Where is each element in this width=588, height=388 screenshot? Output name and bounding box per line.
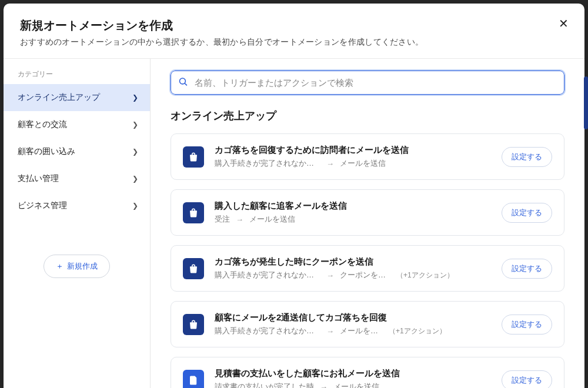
new-button-wrap: ＋ 新規作成: [4, 255, 150, 278]
arrow-right-icon: →: [326, 159, 334, 168]
card-extra-actions: （+1アクション）: [396, 270, 454, 280]
sidebar-item-label: ビジネス管理: [18, 200, 67, 211]
arrow-right-icon: →: [236, 215, 243, 224]
setup-button[interactable]: 設定する: [502, 203, 552, 223]
chevron-right-icon: ❯: [132, 202, 138, 210]
card-action: メールを送信: [340, 158, 386, 169]
card-title: カゴ落ちを回復するために訪問者にメールを送信: [215, 145, 491, 156]
card-flow: 購入手続きが完了されなかった時→メールを送信: [215, 158, 491, 169]
close-button[interactable]: ✕: [556, 16, 570, 31]
card-body: 顧客にメールを2通送信してカゴ落ちを回復購入手続きが完了されなかっ…→メールを……: [215, 312, 491, 336]
modal-body: カテゴリー オンライン売上アップ ❯ 顧客との交流 ❯ 顧客の囲い込み ❯ 支払…: [4, 58, 584, 388]
shopping-bag-icon: [183, 202, 204, 223]
sidebar-item-online-sales[interactable]: オンライン売上アップ ❯: [4, 84, 150, 111]
search-wrap: [171, 71, 564, 95]
card-title: 顧客にメールを2通送信してカゴ落ちを回復: [215, 312, 491, 323]
automation-card[interactable]: カゴ落ちを回復するために訪問者にメールを送信購入手続きが完了されなかった時→メー…: [171, 133, 564, 180]
card-action: クーポンを…: [340, 270, 386, 280]
chevron-right-icon: ❯: [132, 175, 138, 183]
main-content: オンライン売上アップ カゴ落ちを回復するために訪問者にメールを送信購入手続きが完…: [151, 59, 584, 388]
card-flow: 購入手続きが完了されなかっ…→メールを…（+1アクション）: [215, 326, 491, 336]
card-extra-actions: （+1アクション）: [389, 326, 446, 336]
chevron-right-icon: ❯: [132, 121, 138, 129]
arrow-right-icon: →: [320, 383, 328, 389]
sidebar-item-customer-retention[interactable]: 顧客の囲い込み ❯: [4, 138, 150, 165]
sidebar-item-payment-management[interactable]: 支払い管理 ❯: [4, 165, 150, 192]
card-trigger: 購入手続きが完了されなかっ…: [215, 326, 320, 336]
search-input[interactable]: [171, 71, 564, 95]
new-button-label: 新規作成: [67, 261, 98, 272]
shopping-bag-icon: [183, 146, 204, 168]
card-body: 購入した顧客に追客メールを送信受注→メールを送信: [215, 200, 491, 225]
close-icon: ✕: [559, 16, 569, 31]
scrollbar-thumb[interactable]: [584, 76, 588, 129]
arrow-right-icon: →: [326, 271, 334, 280]
automation-list: カゴ落ちを回復するために訪問者にメールを送信購入手続きが完了されなかった時→メー…: [171, 133, 564, 388]
modal-subtitle: おすすめのオートメーションの中から選択するか、最初から自分でオートメーションを作…: [20, 37, 568, 48]
card-trigger: 購入手続きが完了されなかっ…: [215, 270, 320, 280]
modal-header: 新規オートメーションを作成 おすすめのオートメーションの中から選択するか、最初か…: [4, 4, 584, 58]
svg-line-1: [185, 83, 187, 85]
automation-card[interactable]: 顧客にメールを2通送信してカゴ落ちを回復購入手続きが完了されなかっ…→メールを……: [171, 301, 564, 347]
sidebar-item-customer-engagement[interactable]: 顧客との交流 ❯: [4, 111, 150, 138]
shopping-bag-icon: [183, 314, 204, 335]
card-flow: 購入手続きが完了されなかっ…→クーポンを…（+1アクション）: [215, 270, 491, 280]
setup-button[interactable]: 設定する: [502, 259, 552, 279]
card-title: カゴ落ちが発生した時にクーポンを送信: [215, 256, 491, 267]
card-action: メールを送信: [249, 214, 295, 225]
card-title: 見積書の支払いをした顧客にお礼メールを送信: [215, 368, 491, 379]
category-label: カテゴリー: [4, 69, 150, 84]
automation-card[interactable]: カゴ落ちが発生した時にクーポンを送信購入手続きが完了されなかっ…→クーポンを…（…: [171, 245, 564, 292]
search-icon: [178, 76, 188, 89]
sidebar-item-label: オンライン売上アップ: [18, 92, 100, 103]
create-automation-modal: 新規オートメーションを作成 おすすめのオートメーションの中から選択するか、最初か…: [4, 4, 584, 388]
sidebar-item-business-management[interactable]: ビジネス管理 ❯: [4, 192, 150, 219]
card-flow: 受注→メールを送信: [215, 214, 491, 225]
card-trigger: 請求書の支払いが完了した時: [215, 382, 314, 388]
svg-point-0: [179, 78, 185, 83]
card-action: メールを送信: [333, 382, 379, 388]
shopping-bag-icon: [183, 258, 204, 279]
arrow-right-icon: →: [326, 327, 334, 336]
card-body: カゴ落ちが発生した時にクーポンを送信購入手続きが完了されなかっ…→クーポンを…（…: [215, 256, 491, 280]
card-action: メールを…: [340, 326, 378, 336]
modal-title: 新規オートメーションを作成: [20, 18, 568, 34]
card-trigger: 受注: [215, 214, 230, 225]
plus-icon: ＋: [56, 261, 64, 272]
chevron-right-icon: ❯: [132, 93, 138, 102]
section-title: オンライン売上アップ: [171, 109, 564, 123]
card-trigger: 購入手続きが完了されなかった時: [215, 158, 320, 169]
card-body: カゴ落ちを回復するために訪問者にメールを送信購入手続きが完了されなかった時→メー…: [215, 145, 491, 169]
setup-button[interactable]: 設定する: [502, 370, 552, 389]
automation-card[interactable]: 購入した顧客に追客メールを送信受注→メールを送信設定する: [171, 189, 564, 236]
setup-button[interactable]: 設定する: [502, 147, 552, 167]
new-automation-button[interactable]: ＋ 新規作成: [44, 255, 110, 278]
card-flow: 請求書の支払いが完了した時→メールを送信: [215, 382, 491, 388]
automation-card[interactable]: 見積書の支払いをした顧客にお礼メールを送信請求書の支払いが完了した時→メールを送…: [171, 357, 564, 388]
sidebar-item-label: 支払い管理: [18, 173, 59, 184]
chevron-right-icon: ❯: [132, 148, 138, 156]
category-sidebar: カテゴリー オンライン売上アップ ❯ 顧客との交流 ❯ 顧客の囲い込み ❯ 支払…: [4, 59, 151, 388]
sidebar-item-label: 顧客との交流: [18, 119, 67, 130]
sidebar-item-label: 顧客の囲い込み: [18, 146, 75, 157]
invoice-icon: [183, 370, 204, 389]
setup-button[interactable]: 設定する: [502, 315, 552, 335]
card-body: 見積書の支払いをした顧客にお礼メールを送信請求書の支払いが完了した時→メールを送…: [215, 368, 491, 388]
card-title: 購入した顧客に追客メールを送信: [215, 200, 491, 212]
